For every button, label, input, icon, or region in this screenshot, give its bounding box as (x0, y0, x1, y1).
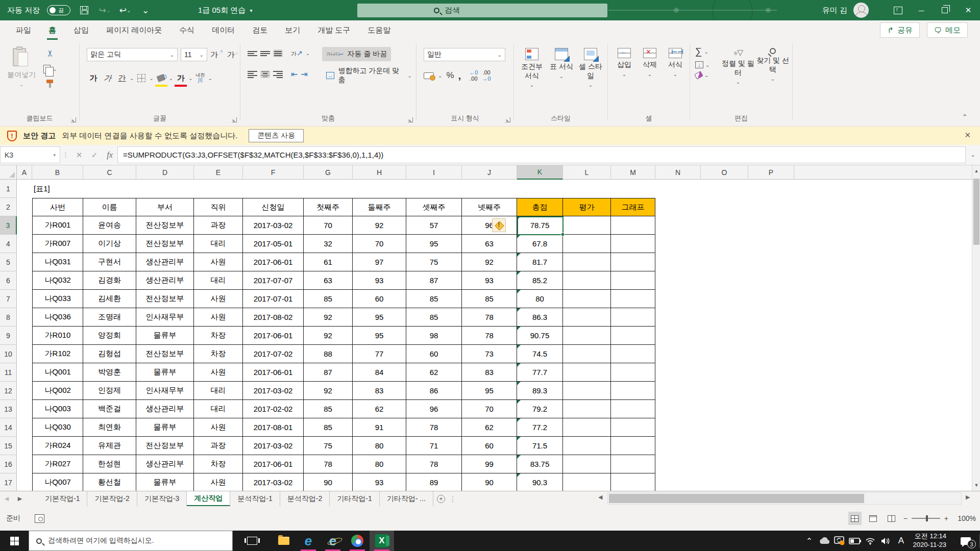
ribbon-tab[interactable]: 개발 도구 (309, 20, 359, 40)
cell[interactable]: 60 (462, 437, 517, 455)
cell[interactable]: 가R027 (32, 455, 83, 473)
name-box[interactable]: K3▾ (0, 146, 60, 163)
cell[interactable]: 사원 (194, 308, 243, 327)
column-header[interactable]: F (243, 165, 304, 180)
scroll-right-icon[interactable]: ▶ (966, 494, 970, 500)
cell[interactable]: 생산관리부 (136, 400, 194, 418)
cell[interactable]: 83 (353, 382, 406, 400)
cell[interactable]: 백준걸 (83, 400, 136, 418)
cell[interactable]: 92 (304, 327, 353, 345)
cell[interactable] (563, 363, 611, 382)
cell[interactable]: 62 (406, 363, 462, 382)
sheet-tab[interactable]: 기타작업- ... (380, 491, 433, 506)
cell[interactable]: 대리 (194, 400, 243, 418)
cell[interactable]: 89 (406, 473, 462, 491)
cell[interactable] (563, 473, 611, 491)
cell[interactable]: 87 (406, 271, 462, 290)
cell[interactable]: 대리 (194, 235, 243, 253)
row-header[interactable]: 3 (0, 216, 17, 235)
table-title-cell[interactable]: [표1] (32, 180, 83, 198)
cell[interactable]: 77.7 (517, 363, 563, 382)
cell[interactable]: 62 (462, 418, 517, 437)
shrink-font-button[interactable]: 가ˇ (226, 48, 239, 61)
cell[interactable]: 73 (462, 345, 517, 363)
scroll-up-icon[interactable]: ▲ (972, 168, 980, 173)
cell[interactable]: 78 (462, 308, 517, 327)
row-header[interactable]: 12 (0, 382, 17, 400)
formula-input[interactable]: =SUMPRODUCT(G3:J3,OFFSET($F$32,MATCH(E3,… (117, 146, 966, 163)
cell[interactable]: 93 (462, 271, 517, 290)
ribbon-tab[interactable]: 페이지 레이아웃 (97, 20, 170, 40)
column-header[interactable]: O (701, 165, 748, 180)
header-cell-accent[interactable]: 평가 (563, 198, 611, 216)
cell[interactable]: 한성현 (83, 455, 136, 473)
row-header[interactable]: 6 (0, 271, 17, 290)
underline-button[interactable]: 간 (115, 71, 129, 85)
cell[interactable]: 95 (462, 382, 517, 400)
ribbon-tab[interactable]: 홈 (40, 20, 65, 40)
hidden-icons-chevron[interactable]: ⌃ (801, 536, 817, 546)
cell[interactable]: 윤여송 (83, 216, 136, 235)
cell[interactable]: 63 (304, 271, 353, 290)
cell[interactable]: 조명래 (83, 308, 136, 327)
cell[interactable] (563, 290, 611, 308)
number-dialog-launcher[interactable] (505, 117, 510, 122)
cell[interactable]: 물류부 (136, 327, 194, 345)
cell[interactable] (563, 235, 611, 253)
cell[interactable]: 63 (462, 235, 517, 253)
cell[interactable]: 나Q001 (32, 363, 83, 382)
row-header[interactable]: 4 (0, 235, 17, 253)
cell[interactable] (611, 345, 655, 363)
cell[interactable]: 2017-08-01 (243, 418, 304, 437)
cell[interactable]: 전산정보부 (136, 235, 194, 253)
cell[interactable]: 사원 (194, 290, 243, 308)
cell[interactable]: 95 (353, 308, 406, 327)
macro-record-icon[interactable] (35, 514, 44, 523)
bold-button[interactable]: 가 (87, 71, 100, 85)
cell[interactable] (611, 271, 655, 290)
cell[interactable] (611, 418, 655, 437)
header-cell[interactable]: 셋째주 (406, 198, 462, 216)
column-header[interactable]: M (611, 165, 655, 180)
row-header[interactable]: 15 (0, 437, 17, 455)
cell[interactable] (611, 308, 655, 327)
cell[interactable]: 83.75 (517, 455, 563, 473)
taskbar-clock[interactable]: 오전 12:14 2020-11-23 (913, 532, 946, 549)
row-header[interactable]: 5 (0, 253, 17, 271)
autosave-toggle[interactable]: 끔 (47, 5, 70, 15)
cell[interactable]: 가R102 (32, 345, 83, 363)
cell[interactable]: 생산관리부 (136, 271, 194, 290)
clipboard-dialog-launcher[interactable] (71, 117, 76, 122)
column-header[interactable]: B (32, 165, 83, 180)
cell[interactable]: 78 (304, 455, 353, 473)
wrap-text-button[interactable]: 가나다↵ 자동 줄 바꿈 (322, 47, 391, 61)
cell[interactable]: 2017-05-01 (243, 235, 304, 253)
cell[interactable]: 80 (353, 437, 406, 455)
cell[interactable]: 91 (353, 418, 406, 437)
bottom-align-button[interactable] (273, 49, 283, 57)
volume-icon[interactable] (878, 537, 893, 545)
sheet-tab[interactable]: 분석작업-1 (230, 491, 280, 506)
cell[interactable]: 78 (406, 455, 462, 473)
cell[interactable]: 물류부 (136, 363, 194, 382)
cell[interactable]: 85.2 (517, 271, 563, 290)
cell[interactable]: 84 (353, 363, 406, 382)
cell[interactable]: 나Q030 (32, 418, 83, 437)
cell[interactable]: 99 (462, 455, 517, 473)
insert-function-icon[interactable]: fx (102, 145, 117, 165)
align-center-button[interactable] (260, 70, 270, 78)
phonetic-button[interactable]: 내천川 (194, 71, 207, 85)
cell-styles-button[interactable]: 셀 스타일⌄ (576, 48, 605, 88)
italic-button[interactable]: 가 (100, 71, 115, 85)
cell[interactable]: 유제관 (83, 437, 136, 455)
cell[interactable]: 2017-03-02 (243, 437, 304, 455)
sync-status-icon[interactable] (832, 536, 847, 545)
cell[interactable]: 77.2 (517, 418, 563, 437)
header-cell[interactable]: 부서 (136, 198, 194, 216)
cell[interactable]: 86 (406, 382, 462, 400)
cell[interactable]: 최연화 (83, 418, 136, 437)
merge-center-button[interactable]: ↔ 병합하고 가운데 맞춤 ⌄ (322, 68, 416, 83)
cell[interactable]: 대리 (194, 382, 243, 400)
ribbon-display-options-button[interactable] (886, 0, 910, 20)
cell[interactable] (611, 382, 655, 400)
